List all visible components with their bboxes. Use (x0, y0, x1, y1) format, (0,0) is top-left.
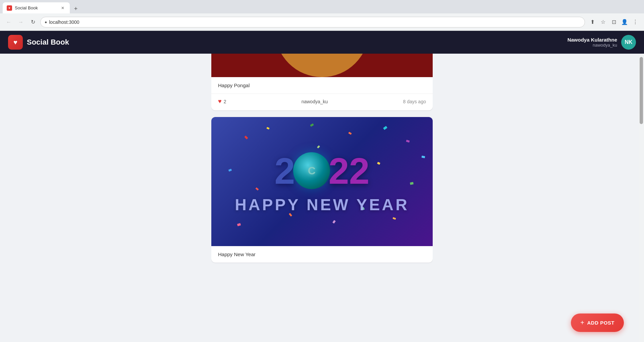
newyear-content: 2 C 22 HAPPY NEW YEAR (235, 150, 409, 214)
extension-icon[interactable]: ⊡ (609, 17, 619, 27)
confetti-piece (228, 169, 232, 172)
add-post-label: ADD POST (587, 320, 614, 326)
tab-title: Social Book (15, 5, 38, 10)
address-bar[interactable]: ● localhost:3000 (40, 17, 585, 27)
year-digits-22: 22 (328, 150, 369, 192)
user-display-name: Nawodya Kularathne (568, 37, 617, 43)
confetti-piece (406, 140, 410, 142)
post-time-pongal: 8 days ago (403, 99, 426, 104)
scroll-thumb[interactable] (640, 57, 643, 124)
profile-icon[interactable]: 👤 (620, 17, 629, 27)
newyear-illustration: 2 C 22 HAPPY NEW YEAR (211, 117, 433, 246)
post-image-newyear: 2 C 22 HAPPY NEW YEAR (211, 117, 433, 246)
browser-chrome: ♥ Social Book ✕ + ← → ↻ ● localhost:3000… (0, 0, 644, 31)
year-ball: C (293, 152, 330, 189)
feed-container[interactable]: Happy Pongal ♥ 2 nawodya_ku 8 days ago 2 (211, 54, 433, 342)
app-header: ♥ Social Book Nawodya Kularathne nawodya… (0, 31, 644, 54)
user-avatar[interactable]: NK (621, 35, 636, 50)
like-count-pongal: 2 (224, 99, 226, 104)
user-handle: nawodya_ku (568, 43, 617, 48)
confetti-piece (317, 145, 320, 148)
bookmark-icon[interactable]: ☆ (598, 17, 608, 27)
menu-icon[interactable]: ⋮ (631, 17, 640, 27)
year-display: 2 C 22 (235, 150, 409, 192)
new-tab-button[interactable]: + (71, 4, 80, 13)
post-image-pongal (211, 54, 433, 77)
like-section-pongal[interactable]: ♥ 2 (218, 98, 226, 105)
confetti-piece (310, 123, 314, 127)
pongal-caption-text: Happy Pongal (218, 82, 426, 88)
user-section: Nawodya Kularathne nawodya_ku NK (568, 35, 636, 50)
confetti-piece (348, 132, 352, 135)
active-tab[interactable]: ♥ Social Book ✕ (3, 2, 70, 13)
post-caption-newyear: Happy New Year (211, 246, 433, 263)
post-author-pongal: nawodya_ku (302, 99, 328, 104)
tab-favicon: ♥ (7, 5, 12, 11)
add-post-button[interactable]: + ADD POST (571, 314, 624, 332)
browser-toolbar-actions: ⬆ ☆ ⊡ 👤 ⋮ (588, 17, 640, 27)
year-ball-letter: C (308, 165, 316, 177)
confetti-piece (332, 220, 336, 224)
post-card-newyear: 2 C 22 HAPPY NEW YEAR Happy New Year (211, 117, 433, 263)
confetti-piece (422, 156, 425, 158)
user-info: Nawodya Kularathne nawodya_ku (568, 37, 617, 48)
post-meta-pongal: ♥ 2 nawodya_ku 8 days ago (211, 94, 433, 110)
reload-button[interactable]: ↻ (28, 17, 38, 27)
post-card-pongal: Happy Pongal ♥ 2 nawodya_ku 8 days ago (211, 54, 433, 110)
scrollbar[interactable] (639, 54, 644, 342)
app-content: Happy Pongal ♥ 2 nawodya_ku 8 days ago 2 (0, 54, 644, 342)
lock-icon: ● (45, 20, 47, 24)
confetti-piece (410, 182, 414, 185)
app-logo: ♥ Social Book (8, 35, 69, 50)
confetti-piece (266, 127, 269, 129)
year-digit-2: 2 (274, 150, 295, 192)
post-caption-pongal: Happy Pongal (211, 77, 433, 94)
confetti-piece (383, 126, 387, 130)
like-heart-icon: ♥ (218, 98, 222, 105)
share-icon[interactable]: ⬆ (588, 17, 597, 27)
app-title: Social Book (27, 38, 69, 47)
forward-button[interactable]: → (16, 17, 25, 27)
newyear-greeting: HAPPY NEW YEAR (235, 195, 409, 214)
tab-close-button[interactable]: ✕ (60, 5, 66, 11)
browser-tabs: ♥ Social Book ✕ + (0, 0, 644, 13)
url-text: localhost:3000 (49, 19, 79, 25)
confetti-piece (393, 217, 396, 220)
add-post-icon: + (580, 319, 584, 327)
logo-icon: ♥ (8, 35, 23, 50)
browser-toolbar: ← → ↻ ● localhost:3000 ⬆ ☆ ⊡ 👤 ⋮ (0, 13, 644, 31)
confetti-piece (237, 223, 241, 226)
confetti-piece (244, 135, 248, 139)
newyear-caption-text: Happy New Year (218, 251, 426, 257)
back-button[interactable]: ← (4, 17, 13, 27)
